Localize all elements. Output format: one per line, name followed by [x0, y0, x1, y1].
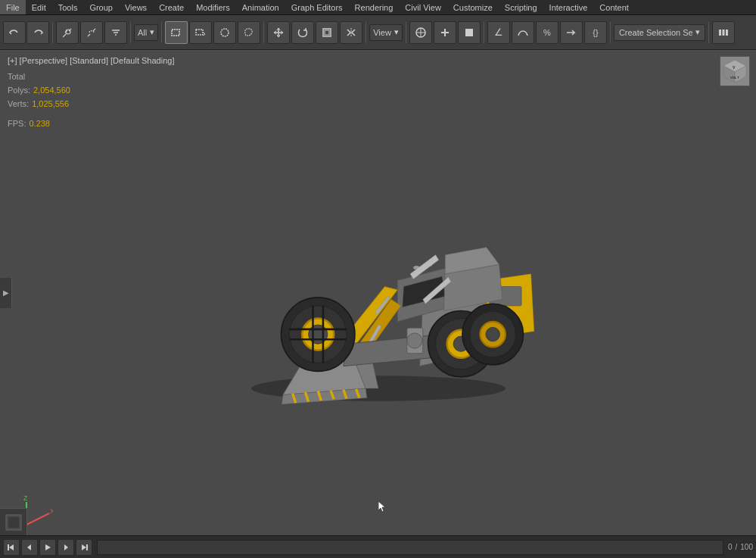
unlink-icon [86, 26, 98, 39]
next-frame-icon [61, 543, 70, 552]
link2-button[interactable] [409, 21, 432, 44]
menu-graph-editors[interactable]: Graph Editors [285, 0, 349, 14]
curve-button[interactable] [512, 21, 534, 44]
move-button[interactable] [267, 21, 290, 44]
link-icon [61, 26, 73, 39]
menu-file[interactable]: File [0, 0, 26, 14]
view-label: View [373, 28, 391, 37]
svg-rect-50 [86, 544, 88, 550]
svg-rect-48 [8, 516, 20, 528]
chevron-right-icon: ▶ [3, 288, 9, 297]
menu-group[interactable]: Group [83, 0, 119, 14]
percent-icon: % [543, 28, 551, 37]
menu-edit[interactable]: Edit [26, 0, 52, 14]
sep4 [263, 22, 264, 43]
svg-point-30 [308, 325, 327, 344]
create-selection-label: Create Selection Se [619, 28, 693, 37]
bracket-icon: {} [593, 28, 598, 37]
svg-text:X: X [50, 507, 53, 515]
view-arrow-icon: ▾ [394, 27, 399, 37]
sep8 [610, 22, 611, 43]
menu-tools[interactable]: Tools [52, 0, 84, 14]
bracket-button[interactable]: {} [584, 21, 607, 44]
panel-collapse-button[interactable]: ▶ [0, 278, 12, 308]
go-start-button[interactable] [3, 539, 20, 556]
sep5 [366, 22, 366, 43]
link-button[interactable] [56, 21, 79, 44]
scene-container [0, 50, 756, 535]
play-icon [43, 543, 52, 552]
rotate-button[interactable] [291, 21, 314, 44]
menu-content[interactable]: Content [593, 0, 635, 14]
sep2 [130, 22, 131, 43]
select-rect-button[interactable] [165, 21, 188, 44]
bottom-panel: 0 / 100 [0, 535, 756, 558]
more-button[interactable] [712, 21, 735, 44]
prev-frame-icon [25, 543, 34, 552]
unlink-button[interactable] [80, 21, 103, 44]
viewport[interactable]: ▶ [+] [Perspective] [Standard] [Default … [0, 50, 756, 535]
svg-rect-8 [719, 30, 721, 36]
scale-icon [321, 26, 333, 39]
svg-rect-49 [8, 544, 9, 550]
mode-dropdown[interactable]: All ▾ [134, 24, 158, 41]
mirror-button[interactable] [340, 21, 362, 44]
rect-select-icon [170, 26, 182, 39]
angle-icon: ∠ [494, 26, 503, 38]
create-selection-button[interactable]: Create Selection Se ▾ [614, 24, 705, 41]
prev-frame-button[interactable] [21, 539, 38, 556]
svg-line-41 [26, 513, 49, 525]
mini-viewport[interactable] [0, 508, 27, 535]
arrow-button[interactable] [560, 21, 583, 44]
timeline[interactable] [97, 540, 723, 555]
filter-button[interactable] [104, 21, 127, 44]
menu-interactive[interactable]: Interactive [543, 0, 594, 14]
select-circle-button[interactable] [213, 21, 236, 44]
curve-icon [517, 26, 529, 39]
mode-label: All [138, 28, 147, 37]
rotate-icon [297, 26, 309, 39]
percent-button[interactable]: % [536, 21, 558, 44]
menu-civil-view[interactable]: Civil View [399, 0, 446, 14]
create-selection-arrow-icon: ▾ [695, 27, 700, 37]
scale-button[interactable] [316, 21, 338, 44]
mini-view-icon [5, 513, 23, 532]
menu-scripting[interactable]: Scripting [499, 0, 543, 14]
frame-end-label: 100 [740, 543, 753, 551]
mode-arrow-icon: ▾ [150, 27, 154, 37]
menu-animation[interactable]: Animation [236, 0, 285, 14]
view-dropdown[interactable]: View ▾ [369, 24, 403, 41]
move-icon [272, 26, 285, 39]
undo-icon [8, 26, 20, 39]
select-lasso-button[interactable] [238, 21, 260, 44]
frame-start-label: 0 [728, 543, 733, 551]
redo-icon [32, 26, 44, 39]
link2-icon [415, 26, 427, 39]
menu-modifiers[interactable]: Modifiers [190, 0, 236, 14]
plus-icon [439, 26, 451, 39]
mirror-icon [345, 26, 357, 39]
next-frame-button[interactable] [58, 539, 74, 556]
more-icon [717, 26, 730, 39]
menu-customize[interactable]: Customize [447, 0, 499, 14]
vehicle-model [219, 172, 537, 414]
svg-rect-5 [325, 30, 329, 35]
box-button[interactable] [458, 21, 481, 44]
menu-rendering[interactable]: Rendering [349, 0, 400, 14]
play-button[interactable] [39, 539, 56, 556]
svg-text:Z: Z [23, 494, 28, 502]
go-start-icon [7, 543, 16, 552]
undo-button[interactable] [3, 21, 26, 44]
arrow-icon [565, 26, 577, 39]
redo-button[interactable] [26, 21, 49, 44]
svg-rect-7 [465, 29, 473, 36]
go-end-button[interactable] [76, 539, 92, 556]
select-options-button[interactable] [189, 21, 212, 44]
plus-button[interactable] [434, 21, 456, 44]
undo-redo-group [3, 21, 49, 44]
angle-button[interactable]: ∠ [487, 21, 510, 44]
menu-views[interactable]: Views [119, 0, 153, 14]
lasso-icon [243, 26, 255, 39]
menu-create[interactable]: Create [153, 0, 190, 14]
circle-select-icon [219, 26, 231, 39]
